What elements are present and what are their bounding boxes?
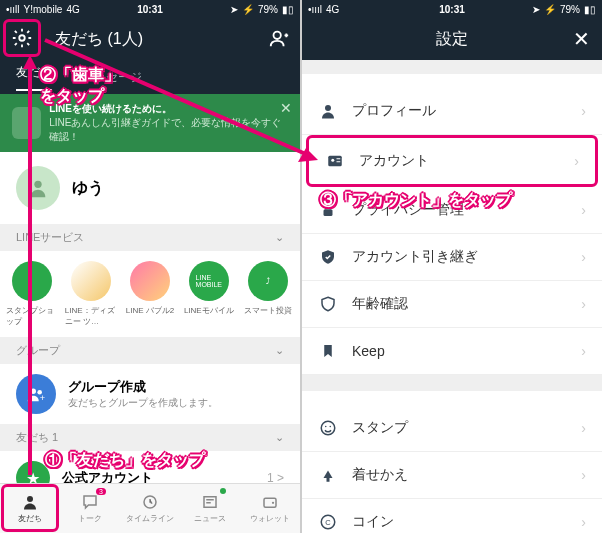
service-item[interactable]: LINEMOBILELINEモバイル: [182, 261, 235, 327]
svg-point-17: [330, 426, 332, 428]
svg-point-13: [331, 159, 334, 162]
settings-row-account[interactable]: アカウント›: [306, 135, 598, 187]
clock-label: 10:31: [137, 4, 163, 15]
row-label: アカウント: [359, 152, 429, 170]
wallet-icon: [261, 493, 279, 511]
create-group-row[interactable]: + グループ作成 友だちとグループを作成します。: [0, 364, 300, 424]
svg-point-6: [27, 496, 33, 502]
brush-icon: [318, 465, 338, 485]
page-title: 設定: [436, 29, 468, 50]
settings-row-profile[interactable]: プロフィール›: [302, 88, 602, 135]
group-title: グループ作成: [68, 378, 218, 396]
dot-badge: [220, 488, 226, 494]
svg-point-15: [321, 421, 335, 435]
group-sub: 友だちとグループを作成します。: [68, 396, 218, 410]
chevron-down-icon: ⌄: [275, 344, 284, 357]
row-label: 着せかえ: [352, 466, 408, 484]
tab-label: ニュース: [194, 513, 226, 524]
tab-friends[interactable]: 友だち: [0, 484, 60, 533]
status-bar: •ıııl4G 10:31 ➤⚡79%▮▯: [302, 0, 602, 18]
svg-rect-9: [264, 498, 276, 507]
settings-button-highlight: [3, 19, 41, 57]
tab-label: ウォレット: [250, 513, 290, 524]
settings-row-theme[interactable]: 着せかえ›: [302, 452, 602, 499]
coin-icon: C: [318, 512, 338, 532]
svg-point-10: [272, 502, 274, 504]
arrow-1: [20, 55, 40, 480]
signal-icon: •ııll: [6, 4, 20, 15]
shield-icon: [318, 294, 338, 314]
settings-row-coin[interactable]: Cコイン›: [302, 499, 602, 533]
chevron-right-icon: ›: [581, 249, 586, 265]
smile-icon: [318, 418, 338, 438]
bluetooth-icon: ⚡: [242, 4, 254, 15]
badge: 3: [96, 488, 106, 495]
settings-row-keep[interactable]: Keep›: [302, 328, 602, 375]
battery-icon: ▮▯: [584, 4, 596, 15]
chevron-down-icon: ⌄: [275, 231, 284, 244]
chevron-right-icon: ›: [581, 202, 586, 218]
battery-label: 79%: [258, 4, 278, 15]
chevron-down-icon: ⌄: [275, 431, 284, 444]
battery-icon: ▮▯: [282, 4, 294, 15]
row-label: プロフィール: [352, 102, 436, 120]
settings-list: プロフィール› アカウント› プライバシー管理› アカウント引き継ぎ› 年齢確認…: [302, 88, 602, 375]
svg-point-0: [19, 35, 25, 41]
shield-check-icon: [318, 247, 338, 267]
network-label: 4G: [326, 4, 339, 15]
service-label: スマート投資: [244, 305, 292, 316]
phone-right: •ıııl4G 10:31 ➤⚡79%▮▯ 設定 ✕ プロフィール› アカウント…: [302, 0, 602, 533]
settings-row-transfer[interactable]: アカウント引き継ぎ›: [302, 234, 602, 281]
service-item[interactable]: ⤴スマート投資: [241, 261, 294, 327]
bluetooth-icon: ⚡: [544, 4, 556, 15]
clock-label: 10:31: [439, 4, 465, 15]
annotation-3: ③「アカウント」をタップ: [320, 190, 512, 211]
annotation-1: ①「友だち」をタップ: [45, 450, 205, 471]
svg-rect-18: [327, 478, 330, 482]
location-icon: ➤: [230, 4, 238, 15]
settings-row-age[interactable]: 年齢確認›: [302, 281, 602, 328]
service-item[interactable]: LINE バブル2: [124, 261, 177, 327]
gear-icon[interactable]: [11, 27, 33, 49]
chat-icon: [81, 493, 99, 511]
svg-point-16: [325, 426, 327, 428]
settings-list-2: スタンプ› 着せかえ› Cコイン›: [302, 405, 602, 533]
chevron-right-icon: ›: [581, 103, 586, 119]
row-label: 年齢確認: [352, 295, 408, 313]
news-icon: [201, 493, 219, 511]
tab-label: タイムライン: [126, 513, 174, 524]
location-icon: ➤: [532, 4, 540, 15]
tab-news[interactable]: ニュース: [180, 484, 240, 533]
row-label: Keep: [352, 343, 385, 359]
chevron-right-icon: ›: [581, 467, 586, 483]
service-label: LINEモバイル: [184, 305, 234, 316]
chevron-right-icon: ›: [581, 420, 586, 436]
row-label: コイン: [352, 513, 394, 531]
section-group[interactable]: グループ ⌄: [0, 337, 300, 364]
person-icon: [21, 493, 39, 511]
annotation-2: ②「歯車」 をタップ: [40, 65, 120, 107]
tab-timeline[interactable]: タイムライン: [120, 484, 180, 533]
section-friends1[interactable]: 友だち 1 ⌄: [0, 424, 300, 451]
service-label: LINE：ディズニー ツ…: [65, 305, 118, 327]
chevron-right-icon: ›: [581, 343, 586, 359]
svg-point-11: [325, 105, 331, 111]
signal-icon: •ıııl: [308, 4, 322, 15]
tab-label: 友だち: [18, 513, 42, 524]
status-bar: •ııllY!mobile4G 10:31 ➤⚡79%▮▯: [0, 0, 300, 18]
close-icon[interactable]: ✕: [573, 27, 590, 51]
svg-text:C: C: [325, 518, 331, 527]
chevron-right-icon: ›: [574, 153, 579, 169]
svg-rect-12: [328, 156, 342, 167]
tab-wallet[interactable]: ウォレット: [240, 484, 300, 533]
section-services[interactable]: LINEサービス ⌄: [0, 224, 300, 251]
id-card-icon: [325, 151, 345, 171]
battery-label: 79%: [560, 4, 580, 15]
chevron-right-icon: ›: [581, 514, 586, 530]
chevron-right-icon: ›: [581, 296, 586, 312]
service-item[interactable]: LINE：ディズニー ツ…: [65, 261, 118, 327]
row-label: スタンプ: [352, 419, 408, 437]
service-label: LINE バブル2: [126, 305, 174, 316]
tab-talk[interactable]: トーク3: [60, 484, 120, 533]
settings-row-stamp[interactable]: スタンプ›: [302, 405, 602, 452]
